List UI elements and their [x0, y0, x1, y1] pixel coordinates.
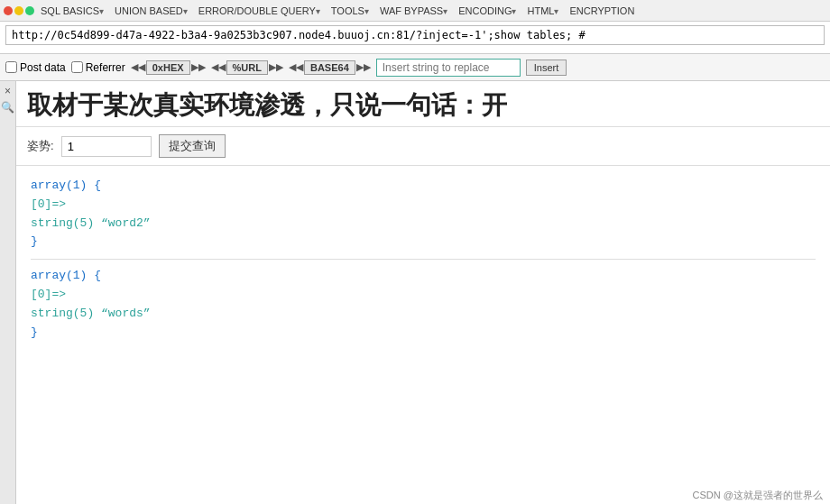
nav-tools[interactable]: TOOLS▾: [327, 4, 374, 18]
arrow-right-url: ▶▶: [269, 61, 283, 73]
pose-input[interactable]: [61, 136, 152, 157]
nav-arrow-6: ▾: [554, 6, 558, 16]
insert-replace-button[interactable]: Insert: [526, 60, 567, 76]
arrow-left-0xhex: ◀◀: [131, 61, 145, 73]
nav-arrow-3: ▾: [364, 6, 369, 16]
url-input[interactable]: [5, 25, 825, 45]
sidebar: × 🔍: [0, 81, 16, 504]
nav-encryption[interactable]: ENCRYPTION: [565, 4, 639, 18]
nav-encoding[interactable]: ENCODING▾: [454, 4, 521, 18]
arrow-right-base64: ▶▶: [356, 61, 371, 73]
nav-error-double[interactable]: ERROR/DOUBLE QUERY▾: [194, 4, 325, 18]
nav-html[interactable]: HTML▾: [522, 4, 563, 18]
close-icon[interactable]: ×: [5, 85, 11, 97]
top-nav-bar: SQL BASICS▾ UNION BASED▾ ERROR/DOUBLE QU…: [0, 0, 830, 22]
content-area: 取材于某次真实环境渗透，只说一句话：开 姿势: 提交查询 array(1) { …: [16, 81, 830, 504]
code-line-1-2: string(5) “word2”: [31, 215, 816, 234]
form-row: 姿势: 提交查询: [16, 127, 830, 166]
code-line-2-2: string(5) “words”: [31, 305, 816, 324]
dot-yellow: [14, 6, 23, 15]
article-header: 取材于某次真实环境渗透，只说一句话：开: [16, 81, 830, 127]
arrow-right-0xhex: ▶▶: [191, 61, 206, 73]
code-line-1-3: }: [31, 233, 816, 252]
nav-sql-basics[interactable]: SQL BASICS▾: [36, 4, 108, 18]
nav-arrow-0: ▾: [99, 6, 104, 16]
encode-0xhex-btn[interactable]: ◀◀ 0xHEX ▶▶: [131, 60, 206, 75]
submit-query-button[interactable]: 提交查询: [159, 134, 226, 158]
nav-arrow-4: ▾: [443, 6, 447, 16]
encode-base64-btn[interactable]: ◀◀ BASE64 ▶▶: [289, 60, 371, 75]
post-data-checkbox-label[interactable]: Post data: [5, 61, 66, 74]
nav-arrow-2: ▾: [316, 6, 320, 16]
dot-red: [4, 6, 13, 15]
nav-waf-bypass[interactable]: WAF BYPASS▾: [375, 4, 452, 18]
code-line-2-3: }: [31, 324, 816, 343]
code-line-2-0: array(1) {: [31, 267, 816, 286]
encode-url-btn[interactable]: ◀◀ %URL ▶▶: [211, 60, 283, 75]
search-icon[interactable]: 🔍: [1, 101, 14, 114]
replace-string-input[interactable]: [376, 59, 521, 77]
code-line-1-0: array(1) {: [31, 177, 816, 196]
main-area: × 🔍 取材于某次真实环境渗透，只说一句话：开 姿势: 提交查询 array(1…: [0, 81, 830, 504]
code-output: array(1) { [0]=> string(5) “word2” } arr…: [16, 166, 830, 504]
post-data-checkbox[interactable]: [5, 61, 17, 73]
nav-union-based[interactable]: UNION BASED▾: [110, 4, 192, 18]
toolbar-row: Post data Referrer ◀◀ 0xHEX ▶▶ ◀◀ %URL ▶…: [0, 54, 830, 81]
arrow-left-url: ◀◀: [211, 61, 226, 73]
url-bar-container: [0, 22, 830, 54]
footer-watermark: CSDN @这就是强者的世界么: [686, 487, 830, 504]
code-line-2-1: [0]=>: [31, 286, 816, 305]
nav-arrow-5: ▾: [512, 6, 516, 16]
referrer-checkbox-label[interactable]: Referrer: [71, 61, 125, 74]
form-label: 姿势:: [27, 138, 54, 154]
separator-1: [31, 259, 816, 260]
referrer-checkbox[interactable]: [71, 61, 83, 73]
article-title: 取材于某次真实环境渗透，只说一句话：开: [27, 88, 507, 123]
code-line-1-1: [0]=>: [31, 196, 816, 215]
arrow-left-base64: ◀◀: [289, 61, 303, 73]
dot-green: [25, 6, 34, 15]
nav-arrow-1: ▾: [183, 6, 188, 16]
